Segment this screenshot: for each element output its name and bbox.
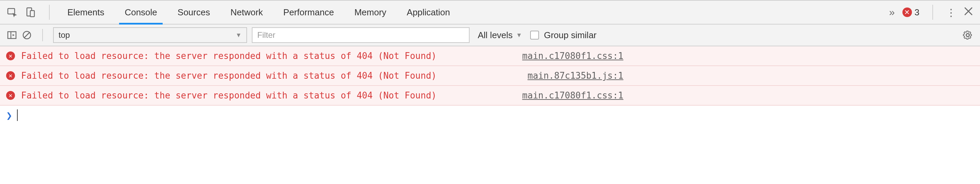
console-error-row[interactable]: ✕ Failed to load resource: the server re… bbox=[0, 46, 980, 66]
error-icon: ✕ bbox=[902, 8, 912, 17]
divider bbox=[42, 29, 43, 41]
group-similar-label: Group similar bbox=[544, 30, 597, 40]
more-tabs-icon[interactable]: » bbox=[889, 6, 895, 18]
console-settings-icon[interactable] bbox=[962, 30, 973, 40]
tab-application[interactable]: Application bbox=[396, 1, 460, 24]
svg-rect-5 bbox=[8, 32, 16, 38]
group-similar-checkbox[interactable] bbox=[530, 30, 539, 40]
devtools-tabbar: Elements Console Sources Network Perform… bbox=[0, 0, 980, 24]
context-selector[interactable]: top ▼ bbox=[53, 27, 247, 43]
source-link[interactable]: main.c17080f1.css:1 bbox=[522, 51, 974, 61]
error-count-badge[interactable]: ✕ 3 bbox=[902, 7, 920, 18]
inspect-element-icon[interactable] bbox=[7, 7, 18, 18]
text-cursor bbox=[17, 109, 18, 121]
tab-console[interactable]: Console bbox=[115, 1, 167, 24]
error-text: Failed to load resource: the server resp… bbox=[21, 70, 437, 81]
console-error-row[interactable]: ✕ Failed to load resource: the server re… bbox=[0, 66, 980, 86]
tab-memory[interactable]: Memory bbox=[344, 1, 396, 24]
error-icon: ✕ bbox=[6, 51, 15, 60]
tab-performance[interactable]: Performance bbox=[273, 1, 344, 24]
source-link[interactable]: main.c17080f1.css:1 bbox=[522, 90, 974, 101]
error-icon: ✕ bbox=[6, 91, 15, 100]
divider bbox=[49, 5, 50, 20]
console-messages: ✕ Failed to load resource: the server re… bbox=[0, 46, 980, 125]
log-levels-selector[interactable]: All levels ▼ bbox=[474, 30, 525, 40]
svg-line-9 bbox=[24, 32, 30, 38]
tabbar-right-tools: » ✕ 3 ⋮ bbox=[889, 5, 973, 20]
toggle-sidebar-icon[interactable] bbox=[7, 30, 17, 40]
close-devtools-icon[interactable] bbox=[964, 6, 973, 18]
svg-rect-2 bbox=[30, 11, 34, 17]
divider bbox=[932, 5, 933, 20]
tabs-container: Elements Console Sources Network Perform… bbox=[57, 1, 460, 24]
error-count: 3 bbox=[915, 7, 920, 18]
context-value: top bbox=[59, 30, 70, 40]
console-toolbar: top ▼ All levels ▼ Group similar bbox=[0, 24, 980, 46]
tab-elements[interactable]: Elements bbox=[57, 1, 115, 24]
svg-marker-7 bbox=[13, 34, 14, 36]
tab-network[interactable]: Network bbox=[220, 1, 273, 24]
levels-label: All levels bbox=[478, 30, 513, 40]
svg-rect-0 bbox=[8, 8, 14, 14]
error-icon: ✕ bbox=[6, 71, 15, 80]
toggle-device-icon[interactable] bbox=[25, 7, 36, 18]
console-prompt[interactable]: ❯ bbox=[0, 106, 980, 125]
clear-console-icon[interactable] bbox=[22, 30, 32, 40]
error-text: Failed to load resource: the server resp… bbox=[21, 90, 437, 101]
prompt-caret-icon: ❯ bbox=[6, 109, 12, 121]
tabbar-left-tools bbox=[7, 5, 55, 20]
kebab-menu-icon[interactable]: ⋮ bbox=[946, 6, 956, 18]
error-text: Failed to load resource: the server resp… bbox=[21, 51, 437, 61]
console-error-row[interactable]: ✕ Failed to load resource: the server re… bbox=[0, 86, 980, 106]
tab-sources[interactable]: Sources bbox=[167, 1, 220, 24]
chevron-down-icon: ▼ bbox=[235, 32, 242, 39]
filter-input[interactable] bbox=[252, 27, 469, 43]
source-link[interactable]: main.87c135b1.js:1 bbox=[527, 70, 974, 81]
chevron-down-icon: ▼ bbox=[516, 32, 522, 39]
